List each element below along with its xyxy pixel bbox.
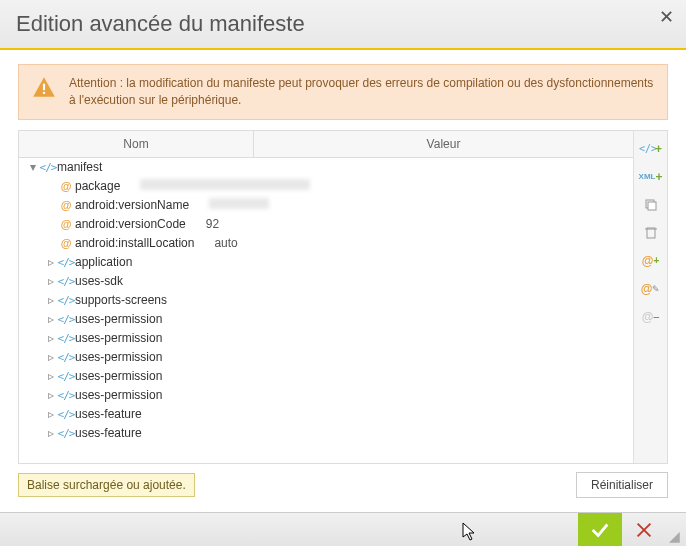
tree-row-attr[interactable]: @android:versionCode92 [19,215,633,234]
expand-caret-icon[interactable]: ▹ [45,388,57,402]
footer-area: Balise surchargée ou ajoutée. Réinitiali… [18,464,668,502]
legend-label: Balise surchargée ou ajoutée. [18,473,195,497]
expand-caret-icon[interactable]: ▹ [45,350,57,364]
tree-row-attr[interactable]: @package [19,177,633,196]
svg-rect-3 [648,202,656,210]
expand-caret-icon[interactable]: ▹ [45,255,57,269]
tree-row-attr[interactable]: @android:installLocationauto [19,234,633,253]
toolbar-at-plus-button[interactable]: @+ [639,249,663,273]
tag-icon: </> [57,370,75,383]
tree-row-child[interactable]: ▹</>uses-sdk [19,272,633,291]
node-name: uses-permission [75,312,162,326]
expand-caret-icon[interactable]: ▹ [45,407,57,421]
svg-rect-0 [43,84,45,91]
expand-caret-icon[interactable]: ▹ [45,293,57,307]
node-name: application [75,255,132,269]
toolbar-copy-button[interactable] [639,193,663,217]
expand-caret-icon[interactable]: ▾ [27,160,39,174]
ok-button[interactable] [578,513,622,546]
tree-row-attr[interactable]: @android:versionName [19,196,633,215]
tree-row-root[interactable]: ▾</>manifest [19,158,633,177]
column-header-name[interactable]: Nom [19,131,254,157]
reset-button[interactable]: Réinitialiser [576,472,668,498]
expand-caret-icon[interactable]: ▹ [45,426,57,440]
tree-row-child[interactable]: ▹</>uses-permission [19,310,633,329]
resize-grip-icon[interactable]: ◢ [666,513,680,546]
node-name: uses-feature [75,407,142,421]
node-name: uses-sdk [75,274,123,288]
warning-banner: Attention : la modification du manifeste… [18,64,668,120]
warning-icon [31,75,57,101]
tag-icon: </> [57,408,75,421]
title-bar: Edition avancée du manifeste ✕ [0,0,686,50]
tree-row-child[interactable]: ▹</>supports-screens [19,291,633,310]
tree-row-child[interactable]: ▹</>uses-feature [19,405,633,424]
tag-icon: </> [57,313,75,326]
node-name: uses-permission [75,350,162,364]
toolbar-at-edit-button[interactable]: @✎ [639,277,663,301]
tree-body[interactable]: ▾</>manifest@package@android:versionName… [19,158,633,463]
node-value: auto [214,236,237,250]
cancel-button[interactable] [622,513,666,546]
warning-text: Attention : la modification du manifeste… [69,75,655,109]
tree-row-child[interactable]: ▹</>uses-permission [19,348,633,367]
svg-rect-1 [43,92,45,94]
node-name: uses-permission [75,369,162,383]
tag-icon: </> [57,256,75,269]
tag-icon: </> [57,351,75,364]
tag-icon: </> [39,161,57,174]
expand-caret-icon[interactable]: ▹ [45,312,57,326]
attribute-icon: @ [57,199,75,211]
close-icon[interactable]: ✕ [659,6,674,28]
node-value: 92 [206,217,219,231]
attribute-icon: @ [57,180,75,192]
attribute-icon: @ [57,237,75,249]
node-name: uses-feature [75,426,142,440]
tree-row-child[interactable]: ▹</>uses-permission [19,367,633,386]
node-name: android:versionName [75,198,189,212]
tree-row-child[interactable]: ▹</>uses-feature [19,424,633,443]
tree-row-child[interactable]: ▹</>uses-permission [19,386,633,405]
tag-icon: </> [57,427,75,440]
tree-panel: Nom Valeur ▾</>manifest@package@android:… [18,130,668,464]
node-value [209,198,269,212]
tag-icon: </> [57,294,75,307]
node-value [140,179,310,193]
tag-icon: </> [57,389,75,402]
node-name: package [75,179,120,193]
expand-caret-icon[interactable]: ▹ [45,331,57,345]
node-name: uses-permission [75,331,162,345]
window-title: Edition avancée du manifeste [16,11,305,37]
tag-icon: </> [57,275,75,288]
tree-row-child[interactable]: ▹</>uses-permission [19,329,633,348]
node-name: manifest [57,160,102,174]
bottom-bar: ◢ [0,512,686,546]
toolbar-tag-plus-button[interactable]: </>+ [639,137,663,161]
tag-icon: </> [57,332,75,345]
side-toolbar: </>+XML+@+@✎@– [633,131,667,463]
check-icon [589,519,611,541]
expand-caret-icon[interactable]: ▹ [45,369,57,383]
toolbar-delete-button[interactable] [639,221,663,245]
toolbar-at-remove-button[interactable]: @– [639,305,663,329]
expand-caret-icon[interactable]: ▹ [45,274,57,288]
column-header-value[interactable]: Valeur [254,131,633,157]
cancel-icon [633,519,655,541]
node-name: android:installLocation [75,236,194,250]
attribute-icon: @ [57,218,75,230]
node-name: android:versionCode [75,217,186,231]
node-name: uses-permission [75,388,162,402]
node-name: supports-screens [75,293,167,307]
toolbar-xml-plus-button[interactable]: XML+ [639,165,663,189]
content-area: Attention : la modification du manifeste… [0,50,686,512]
tree-header: Nom Valeur [19,131,633,158]
tree-row-child[interactable]: ▹</>application [19,253,633,272]
